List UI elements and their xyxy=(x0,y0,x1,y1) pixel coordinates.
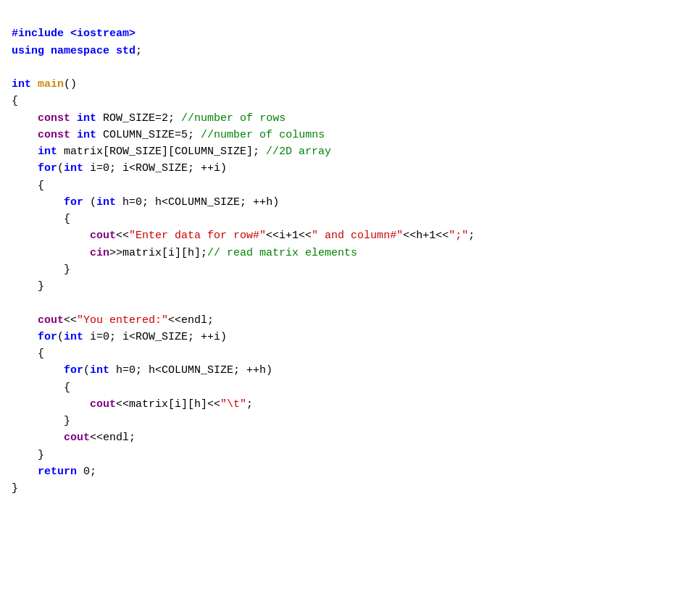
line-8: int matrix[ROW_SIZE][COLUMN_SIZE]; //2D … xyxy=(12,146,331,158)
line-4: int main() xyxy=(12,78,77,91)
line-13: cout<<"Enter data for row#"<<i+1<<" and … xyxy=(12,230,475,242)
line-5: { xyxy=(12,95,18,107)
line-7: const int COLUMN_SIZE=5; //number of col… xyxy=(12,129,325,141)
line-14: cin>>matrix[i][h];// read matrix element… xyxy=(12,247,357,259)
code-content: #include <iostream> using namespace std;… xyxy=(12,9,688,514)
line-16: } xyxy=(12,280,44,293)
line-19: for(int i=0; i<ROW_SIZE; ++i) xyxy=(12,331,227,343)
line-2: using namespace std; xyxy=(12,45,142,57)
line-22: { xyxy=(12,382,70,394)
line-20: { xyxy=(12,348,44,360)
line-10: { xyxy=(12,180,44,192)
line-18: cout<<"You entered:"<<endl; xyxy=(12,314,214,327)
line-24: } xyxy=(12,415,70,427)
line-23: cout<<matrix[i][h]<<"\t"; xyxy=(12,398,253,411)
line-21: for(int h=0; h<COLUMN_SIZE; ++h) xyxy=(12,364,272,377)
line-12: { xyxy=(12,213,70,225)
code-editor: #include <iostream> using namespace std;… xyxy=(12,9,688,514)
line-25: cout<<endl; xyxy=(12,432,136,444)
line-6: const int ROW_SIZE=2; //number of rows xyxy=(12,112,286,125)
line-26: } xyxy=(12,449,44,461)
line-28: } xyxy=(12,482,18,495)
line-1: #include <iostream> xyxy=(12,28,136,40)
line-27: return 0; xyxy=(12,466,96,478)
line-9: for(int i=0; i<ROW_SIZE; ++i) xyxy=(12,162,227,175)
line-15: } xyxy=(12,264,70,276)
line-11: for (int h=0; h<COLUMN_SIZE; ++h) xyxy=(12,196,279,209)
